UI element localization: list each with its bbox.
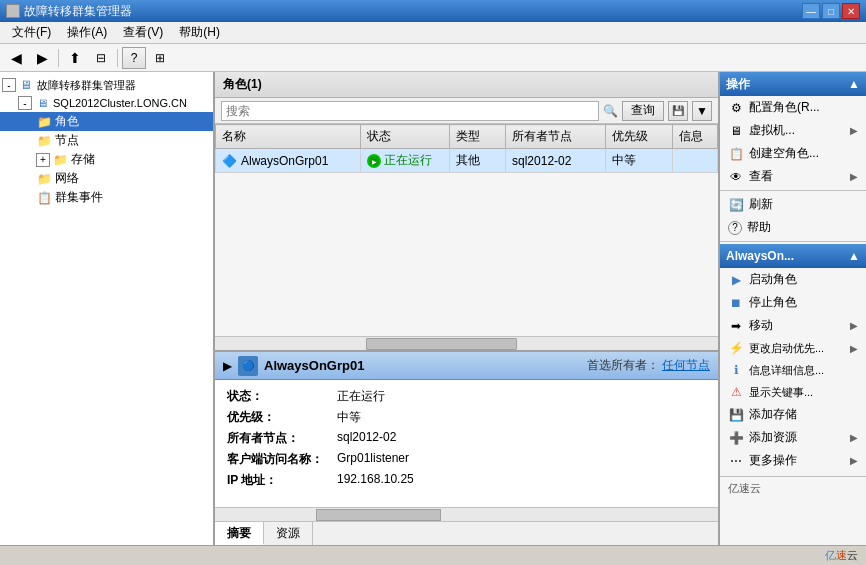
action-add-resource[interactable]: ➕ 添加资源 ▶ [720, 426, 866, 449]
action-change-priority[interactable]: ⚡ 更改启动优先... ▶ [720, 337, 866, 359]
content-area: 角色(1) 🔍 查询 💾 ▼ 名称 状态 类型 所有者节点 优先级 信息 [215, 72, 718, 545]
tree-network-label: 网络 [55, 170, 79, 187]
tree-cluster[interactable]: - 🖥 SQL2012Cluster.LONG.CN [0, 94, 213, 112]
detail-ip-label: IP 地址： [227, 472, 337, 489]
detail-content: 状态： 正在运行 优先级： 中等 所有者节点： sql2012-02 客户端访问… [215, 380, 718, 507]
move-arrow: ▶ [850, 320, 858, 331]
help-button[interactable]: ? [122, 47, 146, 69]
clear-query-button[interactable]: ▼ [692, 101, 712, 121]
action-create-empty-role[interactable]: 📋 创建空角色... [720, 142, 866, 165]
action-add-storage[interactable]: 💾 添加存储 [720, 403, 866, 426]
save-query-button[interactable]: 💾 [668, 101, 688, 121]
tree-storage-expand[interactable]: + [36, 153, 50, 167]
stop-role-icon: ⏹ [728, 295, 744, 311]
action-stop-role-label: 停止角色 [749, 294, 797, 311]
action-info-details[interactable]: ℹ 信息详细信息... [720, 359, 866, 381]
tree-root[interactable]: - 🖥 故障转移群集管理器 [0, 76, 213, 94]
table-hscroll-thumb[interactable] [366, 338, 517, 350]
maximize-button[interactable]: □ [822, 3, 840, 19]
detail-row-ip: IP 地址： 192.168.10.25 [227, 472, 706, 489]
menu-file[interactable]: 文件(F) [4, 22, 59, 43]
tab-resources[interactable]: 资源 [264, 522, 313, 545]
search-input[interactable] [221, 101, 599, 121]
detail-status-label: 状态： [227, 388, 337, 405]
detail-hscroll-thumb[interactable] [316, 509, 442, 521]
col-name: 名称 [216, 125, 361, 149]
tab-summary[interactable]: 摘要 [215, 522, 264, 545]
refresh-icon: 🔄 [728, 197, 744, 213]
detail-row-owner: 所有者节点： sql2012-02 [227, 430, 706, 447]
detail-tabs: 摘要 资源 [215, 521, 718, 545]
create-role-icon: 📋 [728, 146, 744, 162]
window-title: 故障转移群集管理器 [24, 3, 132, 20]
roles-panel-header: 角色(1) [215, 72, 718, 98]
action-move-label: 移动 [749, 317, 773, 334]
actions-main-collapse[interactable]: ▲ [848, 77, 860, 91]
tree-item-nodes[interactable]: 📁 节点 [0, 131, 213, 150]
detail-row-priority: 优先级： 中等 [227, 409, 706, 426]
forward-button[interactable]: ▶ [30, 47, 54, 69]
back-button[interactable]: ◀ [4, 47, 28, 69]
brand-watermark: 亿速云 [720, 476, 866, 500]
cell-type: 其他 [450, 149, 506, 173]
table-row[interactable]: 🔷 AlwaysOnGrp01 正在运行 其他 sql2012-02 [216, 149, 718, 173]
actions-panel: 操作 ▲ ⚙ 配置角色(R... 🖥 虚拟机... ▶ 📋 创建空角色... 👁… [718, 72, 866, 545]
tree-root-expand[interactable]: - [2, 78, 16, 92]
detail-expand-btn[interactable]: ▶ [223, 359, 232, 373]
status-logo: 亿速云 [825, 548, 858, 563]
tree-storage-label: 存储 [71, 151, 95, 168]
menu-help[interactable]: 帮助(H) [171, 22, 228, 43]
tree-cluster-expand[interactable]: - [18, 96, 32, 110]
info-icon: ℹ [728, 362, 744, 378]
tree-roles-label: 角色 [55, 113, 79, 130]
detail-priority-value: 中等 [337, 409, 706, 426]
query-button[interactable]: 查询 [622, 101, 664, 121]
detail-owner-link[interactable]: 任何节点 [662, 358, 710, 372]
tree-roles-icon: 📁 [36, 114, 52, 130]
detail-row-client: 客户端访问名称： Grp01listener [227, 451, 706, 468]
cell-owner: sql2012-02 [506, 149, 606, 173]
start-role-icon: ▶ [728, 272, 744, 288]
detail-priority-label: 优先级： [227, 409, 337, 426]
table-hscrollbar[interactable] [215, 336, 718, 350]
action-move[interactable]: ➡ 移动 ▶ [720, 314, 866, 337]
title-bar: 故障转移群集管理器 — □ ✕ [0, 0, 866, 22]
up-button[interactable]: ⬆ [63, 47, 87, 69]
action-more-label: 更多操作 [749, 452, 797, 469]
minimize-button[interactable]: — [802, 3, 820, 19]
tree-nodes-icon: 📁 [36, 133, 52, 149]
move-icon: ➡ [728, 318, 744, 334]
action-view[interactable]: 👁 查看 ▶ [720, 165, 866, 188]
detail-hscrollbar[interactable] [215, 507, 718, 521]
title-bar-left: 故障转移群集管理器 [6, 3, 132, 20]
action-more[interactable]: ⋯ 更多操作 ▶ [720, 449, 866, 472]
mmc-button[interactable]: ⊞ [148, 47, 172, 69]
action-add-resource-label: 添加资源 [749, 429, 797, 446]
action-configure-role[interactable]: ⚙ 配置角色(R... [720, 96, 866, 119]
detail-role-icon: 🔵 [238, 356, 258, 376]
action-stop-role[interactable]: ⏹ 停止角色 [720, 291, 866, 314]
tree-panel: - 🖥 故障转移群集管理器 - 🖥 SQL2012Cluster.LONG.CN… [0, 72, 215, 545]
action-refresh[interactable]: 🔄 刷新 [720, 193, 866, 216]
actions-role-header: AlwaysOn... ▲ [720, 244, 866, 268]
resource-arrow: ▶ [850, 432, 858, 443]
roles-table-container: 名称 状态 类型 所有者节点 优先级 信息 🔷 AlwaysOnGrp01 [215, 124, 718, 336]
tree-item-network[interactable]: 📁 网络 [0, 169, 213, 188]
menu-action[interactable]: 操作(A) [59, 22, 115, 43]
action-vm[interactable]: 🖥 虚拟机... ▶ [720, 119, 866, 142]
view-button[interactable]: ⊟ [89, 47, 113, 69]
more-arrow: ▶ [850, 455, 858, 466]
action-show-events[interactable]: ⚠ 显示关键事... [720, 381, 866, 403]
tree-events-icon: 📋 [36, 190, 52, 206]
action-start-role[interactable]: ▶ 启动角色 [720, 268, 866, 291]
status-bar: 亿速云 [0, 545, 866, 565]
tree-item-roles[interactable]: 📁 角色 [0, 112, 213, 131]
tree-item-storage[interactable]: + 📁 存储 [0, 150, 213, 169]
tree-item-events[interactable]: 📋 群集事件 [0, 188, 213, 207]
cell-status: 正在运行 [361, 149, 450, 173]
actions-role-collapse[interactable]: ▲ [848, 249, 860, 263]
action-configure-role-label: 配置角色(R... [749, 99, 820, 116]
menu-view[interactable]: 查看(V) [115, 22, 171, 43]
close-button[interactable]: ✕ [842, 3, 860, 19]
action-help[interactable]: ? 帮助 [720, 216, 866, 239]
